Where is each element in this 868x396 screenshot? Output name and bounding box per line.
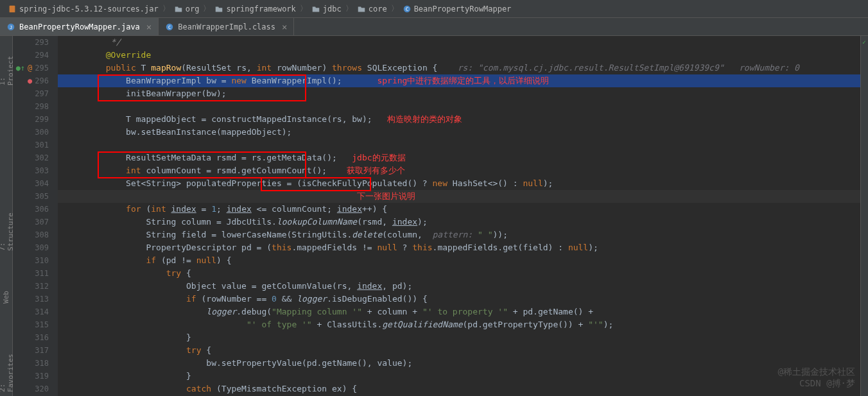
tool-window-sidebar: 1: Project 7: Structure Web 2: Favorites bbox=[0, 36, 13, 396]
chevron-right-icon: 〉 bbox=[391, 3, 399, 14]
breadcrumb: spring-jdbc-5.3.12-sources.jar 〉 org 〉 s… bbox=[0, 0, 868, 18]
breakpoint-icon[interactable]: ● bbox=[28, 74, 32, 87]
line-num: 299 bbox=[35, 113, 49, 126]
line-num: 300 bbox=[35, 126, 49, 139]
line-num: 311 bbox=[35, 267, 49, 280]
line-num: 315 bbox=[35, 318, 49, 331]
tab-beanpropertyrowmapper[interactable]: J BeanPropertyRowMapper.java × bbox=[0, 18, 159, 35]
tab-beanwrapperimpl[interactable]: C BeanWrapperImpl.class × bbox=[159, 18, 294, 35]
line-num: 312 bbox=[35, 280, 49, 293]
error-stripe[interactable]: ✓ bbox=[860, 36, 868, 396]
line-num: 308 bbox=[35, 228, 49, 241]
breadcrumb-item-org[interactable]: org bbox=[171, 4, 202, 13]
line-num: 295 bbox=[35, 62, 49, 74]
svg-text:C: C bbox=[405, 6, 408, 12]
annotation-text: 获取列有多少个 bbox=[347, 166, 405, 175]
close-icon[interactable]: × bbox=[146, 22, 152, 32]
chevron-right-icon: 〉 bbox=[345, 3, 353, 14]
line-num: 320 bbox=[35, 383, 49, 395]
tab-label: BeanPropertyRowMapper.java bbox=[19, 22, 140, 31]
line-number-gutter[interactable]: 293 294 ●↑@295 ●296 297 298 299 300 301 … bbox=[13, 36, 58, 396]
line-num: 301 bbox=[35, 139, 49, 151]
code-editor[interactable]: */ @Override public T mapRow(ResultSet r… bbox=[58, 36, 860, 396]
line-num: 297 bbox=[35, 87, 49, 100]
line-num: 298 bbox=[35, 100, 49, 113]
svg-text:C: C bbox=[168, 24, 171, 30]
line-num: 313 bbox=[35, 293, 49, 306]
line-num: 314 bbox=[35, 306, 49, 318]
breadcrumb-item-class[interactable]: C BeanPropertyRowMapper bbox=[400, 4, 514, 13]
line-num: 310 bbox=[35, 254, 49, 267]
chevron-right-icon: 〉 bbox=[300, 3, 308, 14]
override-icon[interactable]: ●↑ bbox=[16, 62, 25, 74]
check-icon: ✓ bbox=[862, 39, 866, 46]
line-num: 309 bbox=[35, 241, 49, 254]
annotation-text: jdbc的元数据 bbox=[352, 153, 405, 162]
line-num: 305 bbox=[35, 190, 49, 203]
svg-text:J: J bbox=[10, 24, 12, 30]
svg-rect-0 bbox=[10, 5, 15, 12]
line-num: 307 bbox=[35, 216, 49, 228]
line-num: 319 bbox=[35, 370, 49, 383]
line-num: 296 bbox=[35, 74, 49, 87]
line-num: 304 bbox=[35, 177, 49, 190]
line-num: 306 bbox=[35, 203, 49, 216]
line-num: 316 bbox=[35, 331, 49, 344]
sidebar-item-web[interactable]: Web bbox=[2, 287, 10, 307]
breadcrumb-item-springframework[interactable]: springframework bbox=[212, 4, 298, 13]
line-num: 317 bbox=[35, 344, 49, 357]
close-icon[interactable]: × bbox=[282, 22, 287, 32]
line-num: 302 bbox=[35, 151, 49, 164]
annotation-text: 构造映射的类的对象 bbox=[387, 114, 462, 124]
line-num: 318 bbox=[35, 357, 49, 370]
line-num: 293 bbox=[35, 36, 49, 49]
breadcrumb-item-core[interactable]: core bbox=[354, 4, 390, 13]
annotation-text: 下一张图片说明 bbox=[357, 191, 415, 201]
breadcrumb-item-jdbc[interactable]: jdbc bbox=[309, 4, 344, 13]
chevron-right-icon: 〉 bbox=[162, 3, 170, 14]
editor-tabs: J BeanPropertyRowMapper.java × C BeanWra… bbox=[0, 18, 868, 36]
chevron-right-icon: 〉 bbox=[203, 3, 211, 14]
annotation-text: spring中进行数据绑定的工具，以后详细说明 bbox=[377, 76, 549, 85]
line-num: 294 bbox=[35, 49, 49, 62]
line-num: 303 bbox=[35, 164, 49, 177]
tab-label: BeanWrapperImpl.class bbox=[178, 22, 275, 31]
breadcrumb-item-jar[interactable]: spring-jdbc-5.3.12-sources.jar bbox=[5, 4, 161, 13]
